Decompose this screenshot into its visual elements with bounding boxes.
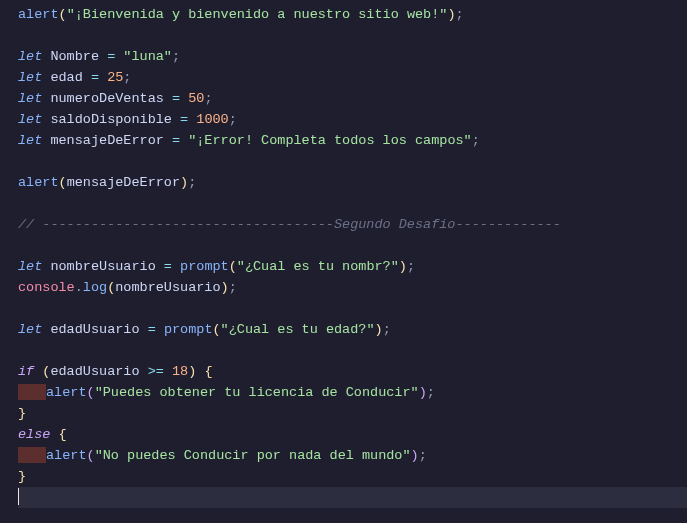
keyword: let [18,322,42,337]
code-line [18,151,687,172]
code-line [18,298,687,319]
string-literal: "¿Cual es tu edad?" [221,322,375,337]
keyword: let [18,133,42,148]
function-call: prompt [180,259,229,274]
code-line: alert("Puedes obtener tu licencia de Con… [18,382,687,403]
code-line [18,25,687,46]
error-highlight [18,447,46,463]
variable: Nombre [50,49,99,64]
string-literal: "¿Cual es tu nombr?" [237,259,399,274]
code-editor[interactable]: alert("¡Bienvenida y bienvenido a nuestr… [0,0,687,512]
variable: saldoDisponible [50,112,172,127]
number-literal: 50 [188,91,204,106]
number-literal: 1000 [196,112,228,127]
string-literal: "¡Error! Completa todos los campos" [188,133,472,148]
function-call: prompt [164,322,213,337]
variable: edadUsuario [50,322,139,337]
keyword: let [18,49,42,64]
method-call: log [83,280,107,295]
comment: // ------------------------------------S… [18,217,561,232]
code-line: } [18,466,687,487]
text-cursor [18,488,19,505]
string-literal: "No puedes Conducir por nada del mundo" [95,448,411,463]
code-line: // ------------------------------------S… [18,214,687,235]
code-line [18,193,687,214]
keyword: let [18,91,42,106]
code-line: else { [18,424,687,445]
keyword: let [18,70,42,85]
function-call: alert [46,385,87,400]
function-call: alert [46,448,87,463]
variable: nombreUsuario [115,280,220,295]
code-line [18,235,687,256]
function-call: alert [18,7,59,22]
code-line: } [18,403,687,424]
code-line: let edadUsuario = prompt("¿Cual es tu ed… [18,319,687,340]
variable: numeroDeVentas [50,91,163,106]
code-line [18,340,687,361]
variable: mensajeDeError [50,133,163,148]
object: console [18,280,75,295]
code-line: let mensajeDeError = "¡Error! Completa t… [18,130,687,151]
code-line: alert("¡Bienvenida y bienvenido a nuestr… [18,4,687,25]
code-line: let nombreUsuario = prompt("¿Cual es tu … [18,256,687,277]
error-highlight [18,384,46,400]
string-literal: "¡Bienvenida y bienvenido a nuestro siti… [67,7,448,22]
keyword: let [18,112,42,127]
number-literal: 25 [107,70,123,85]
code-line-active [18,487,687,508]
variable: edadUsuario [50,364,139,379]
function-call: alert [18,175,59,190]
variable: nombreUsuario [50,259,155,274]
keyword-if: if [18,364,34,379]
code-line: let numeroDeVentas = 50; [18,88,687,109]
code-line: alert("No puedes Conducir por nada del m… [18,445,687,466]
code-line: console.log(nombreUsuario); [18,277,687,298]
number-literal: 18 [172,364,188,379]
string-literal: "Puedes obtener tu licencia de Conducir" [95,385,419,400]
code-line: let edad = 25; [18,67,687,88]
string-literal: "luna" [123,49,172,64]
code-line: let Nombre = "luna"; [18,46,687,67]
code-line: let saldoDisponible = 1000; [18,109,687,130]
code-line: if (edadUsuario >= 18) { [18,361,687,382]
keyword: let [18,259,42,274]
operator: >= [148,364,164,379]
variable: edad [50,70,82,85]
variable: mensajeDeError [67,175,180,190]
keyword-else: else [18,427,50,442]
code-line: alert(mensajeDeError); [18,172,687,193]
